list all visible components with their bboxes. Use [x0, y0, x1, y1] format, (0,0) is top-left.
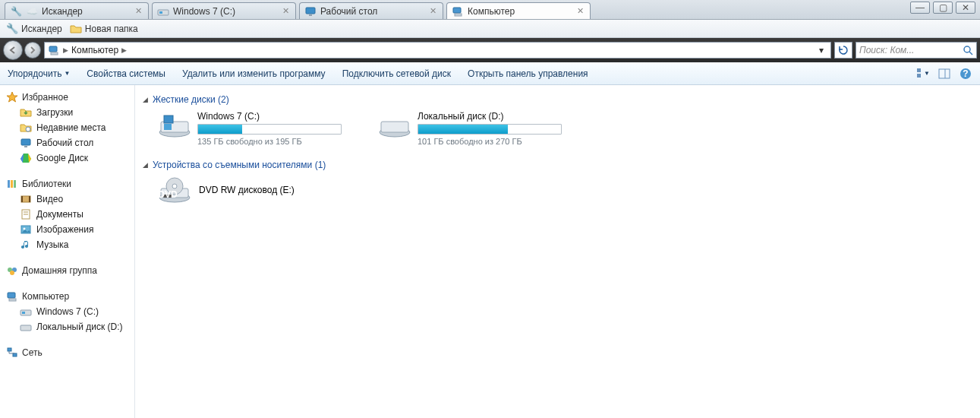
- collapse-icon: ◢: [143, 161, 148, 169]
- minimize-button[interactable]: —: [910, 2, 930, 14]
- tab-windows7[interactable]: Windows 7 (C:) ✕: [152, 2, 296, 19]
- bookmark-label: Искандер: [21, 24, 62, 34]
- organize-menu[interactable]: Упорядочить ▼: [8, 68, 70, 79]
- docs-icon: [20, 208, 32, 220]
- category-removable[interactable]: ◢ Устройства со съемными носителями (1): [143, 160, 972, 170]
- sidebar-item-desktop[interactable]: Рабочий стол: [0, 135, 134, 150]
- drive-icon: [158, 111, 191, 138]
- sidebar-item-label: Недавние места: [36, 122, 106, 133]
- sidebar-item-label: Изображения: [36, 224, 93, 235]
- drive-icon: [378, 111, 411, 138]
- sidebar-item-drive-d[interactable]: Локальный диск (D:): [0, 319, 134, 334]
- sidebar-group-label: Сеть: [22, 347, 43, 358]
- sidebar-item-pictures[interactable]: Изображения: [0, 222, 134, 237]
- sidebar-favorites-header[interactable]: Избранное: [0, 90, 134, 105]
- sidebar-item-documents[interactable]: Документы: [0, 207, 134, 222]
- svg-rect-1: [159, 11, 162, 14]
- bookmarks-bar: 🔧 Искандер Новая папка: [0, 20, 980, 38]
- drive-d[interactable]: Локальный диск (D:) 101 ГБ свободно из 2…: [378, 111, 575, 146]
- refresh-button[interactable]: [834, 42, 852, 59]
- bookmark-label: Новая папка: [85, 24, 138, 34]
- svg-text:?: ?: [963, 68, 968, 79]
- homegroup-icon: [6, 264, 18, 277]
- sidebar-group-label: Домашняя группа: [22, 265, 97, 276]
- sidebar-item-downloads[interactable]: Загрузки: [0, 105, 134, 120]
- sidebar-network-header[interactable]: Сеть: [0, 345, 134, 360]
- bookmark-new-folder[interactable]: Новая папка: [70, 23, 138, 35]
- sidebar-item-music[interactable]: Музыка: [0, 237, 134, 252]
- dvd-icon: DVD: [158, 176, 191, 204]
- toolbar-label: Упорядочить: [8, 68, 61, 79]
- window-controls: — ▢ ✕: [910, 2, 975, 14]
- close-icon[interactable]: ✕: [575, 6, 585, 17]
- view-mode-button[interactable]: ▼: [916, 67, 930, 81]
- sidebar-item-label: Документы: [36, 209, 84, 220]
- system-properties-button[interactable]: Свойства системы: [87, 68, 165, 79]
- sidebar-group-label: Компьютер: [22, 291, 69, 302]
- forward-button[interactable]: [24, 42, 41, 59]
- computer-icon: [48, 44, 60, 56]
- svg-rect-20: [24, 146, 27, 147]
- sidebar-homegroup-header[interactable]: Домашняя группа: [0, 263, 134, 278]
- svg-point-18: [26, 127, 30, 131]
- sidebar-item-label: Загрузки: [36, 107, 73, 118]
- preview-pane-button[interactable]: [937, 67, 951, 81]
- close-button[interactable]: ✕: [956, 2, 975, 14]
- drive-subtext: 101 ГБ свободно из 270 ГБ: [418, 137, 575, 146]
- help-button[interactable]: ?: [959, 67, 972, 81]
- close-icon[interactable]: ✕: [427, 6, 438, 17]
- bookmark-iskander[interactable]: 🔧 Искандер: [6, 23, 62, 35]
- svg-line-9: [969, 52, 972, 55]
- gdrive-icon: [20, 152, 32, 164]
- sidebar-item-gdrive[interactable]: Google Диск: [0, 150, 134, 166]
- svg-rect-41: [13, 353, 17, 356]
- svg-rect-35: [8, 293, 15, 298]
- wrench-icon: 🔧: [6, 23, 18, 35]
- tab-iskander[interactable]: 🔧 ☁️ Искандер ✕: [5, 2, 149, 19]
- address-bar[interactable]: ▶ Компьютер ▶ ▾: [44, 42, 831, 59]
- close-icon[interactable]: ✕: [280, 6, 291, 17]
- sidebar-item-label: Windows 7 (C:): [36, 306, 99, 317]
- folder-icon: [70, 23, 82, 35]
- open-control-panel-button[interactable]: Открыть панель управления: [468, 68, 588, 79]
- svg-point-51: [172, 184, 177, 188]
- map-network-drive-button[interactable]: Подключить сетевой диск: [342, 68, 451, 79]
- svg-point-31: [24, 228, 26, 230]
- svg-rect-19: [21, 139, 30, 145]
- back-button[interactable]: [3, 40, 23, 60]
- svg-rect-38: [22, 312, 25, 314]
- chevron-down-icon[interactable]: ▾: [815, 45, 827, 55]
- drive-icon: [157, 5, 169, 17]
- sidebar-item-recent[interactable]: Недавние места: [0, 120, 134, 135]
- category-hdd[interactable]: ◢ Жесткие диски (2): [143, 94, 972, 105]
- sidebar-computer-header[interactable]: Компьютер: [0, 289, 134, 304]
- drive-icon: [20, 306, 32, 318]
- breadcrumb[interactable]: Компьютер: [71, 45, 118, 55]
- drive-label: Windows 7 (C:): [197, 111, 355, 122]
- video-icon: [20, 193, 32, 205]
- svg-rect-25: [21, 196, 23, 202]
- svg-rect-45: [164, 116, 173, 123]
- uninstall-program-button[interactable]: Удалить или изменить программу: [182, 68, 326, 79]
- toolbar-label: Открыть панель управления: [468, 68, 588, 79]
- svg-rect-39: [20, 325, 31, 331]
- search-icon: [963, 45, 973, 55]
- sidebar-item-drive-c[interactable]: Windows 7 (C:): [0, 304, 134, 319]
- sidebar-item-label: Видео: [36, 194, 63, 204]
- tab-label: Искандер: [42, 6, 133, 17]
- drive-icon: [20, 321, 32, 333]
- content-area: ◢ Жесткие диски (2) Windows 7 (C:) 135 Г…: [135, 85, 980, 418]
- drive-c[interactable]: Windows 7 (C:) 135 ГБ свободно из 195 ГБ: [158, 111, 355, 146]
- close-icon[interactable]: ✕: [133, 6, 143, 17]
- dvd-drive[interactable]: DVD DVD RW дисковод (E:): [158, 176, 972, 204]
- sidebar-libraries-header[interactable]: Библиотеки: [0, 176, 134, 192]
- tab-desktop[interactable]: Рабочий стол ✕: [299, 2, 443, 19]
- svg-rect-4: [453, 8, 461, 13]
- tab-computer[interactable]: Компьютер ✕: [446, 2, 591, 19]
- maximize-button[interactable]: ▢: [933, 2, 953, 14]
- svg-rect-6: [49, 46, 57, 52]
- sidebar-item-videos[interactable]: Видео: [0, 192, 134, 207]
- search-input[interactable]: Поиск: Ком...: [856, 42, 977, 59]
- navigation-pane: Избранное Загрузки Недавние места Рабочи…: [0, 85, 135, 418]
- category-label: Жесткие диски (2): [153, 94, 229, 105]
